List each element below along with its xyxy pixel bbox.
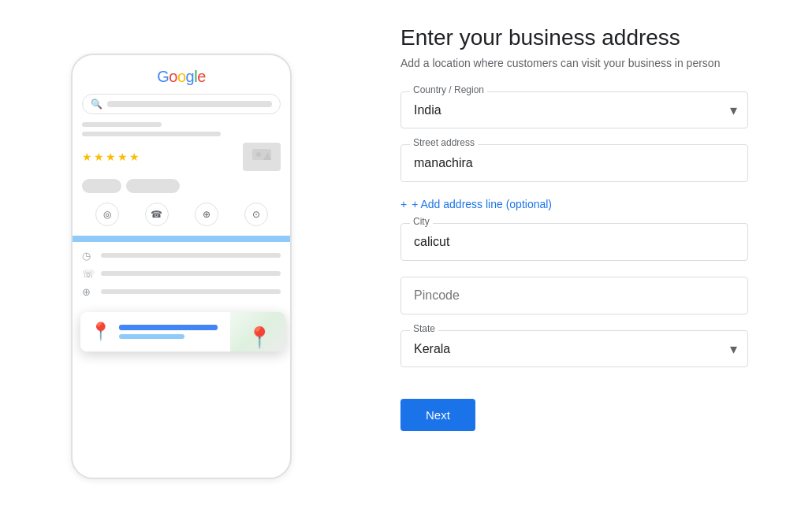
bookmark-icon: ⊕ xyxy=(195,203,218,226)
country-label: Country / Region xyxy=(410,84,487,95)
svg-point-1 xyxy=(256,152,261,157)
google-logo-mockup: Google xyxy=(82,68,281,86)
thumbnail-placeholder xyxy=(243,143,281,171)
info-row-phone: ☏ xyxy=(82,268,281,280)
page-subtitle: Add a location where customers can visit… xyxy=(400,57,748,69)
country-select[interactable]: India United States United Kingdom xyxy=(400,91,748,128)
card-lines xyxy=(119,325,229,339)
red-pin-icon: 📍 xyxy=(247,326,272,350)
star-3: ★ xyxy=(106,151,116,163)
state-select-wrapper: Kerala Tamil Nadu Karnataka Maharashtra … xyxy=(400,330,748,367)
blue-strip xyxy=(73,236,290,242)
left-panel: Google 🔍 ★ ★ ★ ★ ★ xyxy=(0,0,363,532)
right-panel: Enter your business address Add a locati… xyxy=(363,0,786,532)
add-address-link[interactable]: + + Add address line (optional) xyxy=(400,198,748,210)
clock-icon: ◷ xyxy=(82,250,95,262)
star-4: ★ xyxy=(117,151,128,163)
pill-2 xyxy=(126,179,180,193)
pill-1 xyxy=(82,179,121,193)
state-group: State Kerala Tamil Nadu Karnataka Mahara… xyxy=(400,330,748,367)
call-icon: ☏ xyxy=(82,268,95,280)
pincode-group xyxy=(400,277,748,314)
state-label: State xyxy=(410,323,438,334)
street-input[interactable] xyxy=(400,144,748,182)
phone-icon: ☎ xyxy=(145,203,169,226)
pill-row xyxy=(82,179,281,193)
info-line-1 xyxy=(101,253,281,258)
street-address-group: Street address xyxy=(400,144,748,182)
star-2: ★ xyxy=(94,151,104,163)
star-5: ★ xyxy=(129,151,140,163)
stars-row: ★ ★ ★ ★ ★ xyxy=(82,143,281,171)
page-title: Enter your business address xyxy=(400,25,748,50)
stars: ★ ★ ★ ★ ★ xyxy=(82,151,140,163)
street-label: Street address xyxy=(410,137,478,148)
info-line-3 xyxy=(101,289,281,294)
globe-icon: ⊕ xyxy=(82,286,95,298)
info-line-2 xyxy=(101,271,281,276)
city-label: City xyxy=(410,216,433,227)
blue-pin-icon: 📍 xyxy=(90,322,111,342)
icon-row: ◎ ☎ ⊕ ⊙ xyxy=(82,203,281,226)
result-lines xyxy=(82,122,281,136)
add-address-label: + Add address line (optional) xyxy=(412,198,552,210)
phone-mockup: Google 🔍 ★ ★ ★ ★ ★ xyxy=(71,54,292,479)
info-row-globe: ⊕ xyxy=(82,286,281,298)
plus-icon: + xyxy=(400,198,407,210)
state-select[interactable]: Kerala Tamil Nadu Karnataka Maharashtra xyxy=(400,330,748,367)
card-overlay: 📍 📍 xyxy=(80,312,285,352)
share-icon: ⊙ xyxy=(244,203,268,226)
search-bar-mockup: 🔍 xyxy=(82,94,281,114)
country-select-wrapper: India United States United Kingdom ▾ xyxy=(400,91,748,128)
city-group: City xyxy=(400,223,748,261)
city-input[interactable] xyxy=(400,223,748,261)
next-button[interactable]: Next xyxy=(400,399,475,431)
pincode-input[interactable] xyxy=(400,277,748,314)
star-1: ★ xyxy=(82,151,92,163)
country-region-group: Country / Region India United States Uni… xyxy=(400,91,748,128)
search-icon: 🔍 xyxy=(91,99,102,110)
info-row-clock: ◷ xyxy=(82,250,281,262)
location-icon: ◎ xyxy=(95,203,119,226)
